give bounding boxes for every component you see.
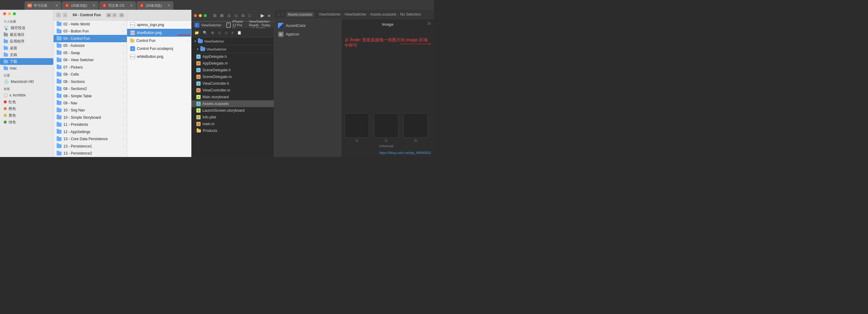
sidebar-item-downloads[interactable]: 下载 xyxy=(0,58,53,65)
tab-write[interactable]: C 写文章-CS ✕ xyxy=(99,1,136,10)
xcode-project-root[interactable]: ▼ ViewSwitcher xyxy=(191,37,274,45)
asset-label-appicon: AppIcon xyxy=(286,32,299,36)
finder-forward-button[interactable]: › xyxy=(63,12,68,18)
window-minimize-button[interactable] xyxy=(8,12,11,15)
file-item-swap[interactable]: 05 - Swap › xyxy=(54,49,127,56)
xcode-toolbar-icon5[interactable]: ⊙ xyxy=(241,12,246,19)
subfile-item-whitebutton[interactable]: PNG whiteButton.png xyxy=(127,53,191,61)
file-item-simpletable[interactable]: 08 - Simple Table › xyxy=(54,93,127,100)
finder-view-icon-btn[interactable]: ⊞ xyxy=(106,13,112,18)
xcode-nav-test-btn[interactable]: ◇ xyxy=(224,30,229,35)
sidebar-item-macintosh[interactable]: 💿 Macintosh HD xyxy=(0,78,53,85)
finder-back-button[interactable]: ‹ xyxy=(56,12,61,18)
xcode-fullscreen-button[interactable] xyxy=(204,14,207,17)
xcode-toolbar-icon6[interactable]: □ xyxy=(247,12,252,19)
xcode-minimize-button[interactable] xyxy=(199,14,202,17)
breadcrumb-project: ViewSwitcher xyxy=(319,12,341,16)
drop-area-1x[interactable]: 1x xyxy=(345,113,369,142)
xcode-stop-button[interactable]: ■ xyxy=(267,12,271,19)
xcode-nav-products[interactable]: › Products xyxy=(191,127,274,134)
xcode-nav-viewcontroller-h[interactable]: h ViewController.h xyxy=(191,80,274,87)
xcode-nav-report-btn[interactable]: 📋 xyxy=(236,30,243,35)
file-item-nav[interactable]: 09 - Nav › xyxy=(54,100,127,106)
finder-grid-btn[interactable]: ⊟ xyxy=(119,13,124,18)
xcode-nav-icon[interactable]: ⊞ xyxy=(219,12,224,19)
file-item-hello-world[interactable]: 02 - Hello World › xyxy=(54,21,127,28)
xcode-nav-launchscreen[interactable]: S LaunchScreen.storyboard xyxy=(191,107,274,114)
drop-area-2x[interactable]: 2x xyxy=(374,113,399,142)
sidebar-item-recent[interactable]: 最近项目 xyxy=(0,31,53,38)
file-item-presidents[interactable]: 11 - Presidents › xyxy=(54,121,127,128)
asset-item-accentcolor[interactable]: AccentColor xyxy=(274,22,341,30)
file-item-sections[interactable]: 08 - Sections › xyxy=(54,78,127,85)
drop-box-1x[interactable] xyxy=(345,113,369,138)
file-item-persistence1[interactable]: 13 - Persistence1 › xyxy=(54,143,127,150)
tab-oc[interactable]: OC 学习日报 ✕ xyxy=(25,1,61,10)
subfile-item-controlfun-folder[interactable]: Control Fun › xyxy=(127,37,191,45)
xcode-nav-assets[interactable]: A Assets.xcassets xyxy=(191,100,274,107)
file-item-sections2[interactable]: 08 - Sections2 › xyxy=(54,85,127,92)
xcode-nav-source-btn[interactable]: ⊕ xyxy=(210,30,215,35)
xcode-sidebar-icon[interactable]: ⊟ xyxy=(212,12,217,19)
sidebar-item-tag-red[interactable]: 红色 xyxy=(0,99,53,105)
xcode-toolbar-icon3[interactable]: ⚠ xyxy=(226,12,232,19)
xcode-nav-main-storyboard[interactable]: S Main.storyboard xyxy=(191,94,274,100)
sidebar-item-apps[interactable]: 应用程序 xyxy=(0,38,53,45)
xcode-project-sub-root[interactable]: ▼ ViewSwitcher xyxy=(195,45,274,53)
xcode-nav-debug-btn[interactable]: ≡ xyxy=(230,30,235,35)
tab-oc-close[interactable]: ✕ xyxy=(55,3,58,8)
sidebar-item-desktop[interactable]: 桌面 xyxy=(0,45,53,51)
file-item-autosize[interactable]: 05 - Autosize › xyxy=(54,42,127,49)
subfile-item-xcodeproj[interactable]: X Control Fun.xcodeproj xyxy=(127,45,191,53)
xcode-toolbar-icon4[interactable]: ◇ xyxy=(234,12,239,19)
file-item-button-fun[interactable]: 03 - Button Fun › xyxy=(54,28,127,35)
sidebar-item-tag-orange[interactable]: 橙色 xyxy=(0,105,53,112)
file-item-simplestoryboard[interactable]: 10 - Simple Storyboard › xyxy=(54,114,127,121)
sidebar-item-docs[interactable]: 文稿 xyxy=(0,51,53,58)
file-item-persistence2[interactable]: 13 - Persistence2 › xyxy=(54,150,127,157)
tab-csdn2[interactable]: C (20条消息) ✕ xyxy=(136,1,173,10)
xcode-nav-search-btn[interactable]: 🔍 xyxy=(202,30,209,35)
file-item-appsettings[interactable]: 12 - AppSettings › xyxy=(54,128,127,135)
sidebar-item-tag-v[interactable]: ◯ v, kcmbbx xyxy=(0,92,53,99)
xcode-nav-info-plist[interactable]: P Info.plist xyxy=(191,114,274,120)
file-item-segnav[interactable]: 10 - Seg Nav › xyxy=(54,107,127,114)
sidebar-label-tag-v: v, kcmbbx xyxy=(9,93,26,97)
tab-csdn2-close[interactable]: ✕ xyxy=(167,3,170,8)
sidebar-item-airdrop[interactable]: 📡 隔空投送 xyxy=(0,25,53,31)
tab-write-close[interactable]: ✕ xyxy=(130,3,133,8)
xcode-nav-issue-btn[interactable]: ⚠ xyxy=(217,30,222,35)
subfile-label-controlfun-folder: Control Fun xyxy=(136,39,156,43)
xcode-left-arrow[interactable]: ‹ xyxy=(277,12,280,16)
sidebar-item-tag-green[interactable]: 绿色 xyxy=(0,119,53,126)
xcode-nav-scenedelegate-h[interactable]: h SceneDelegate.h xyxy=(191,67,274,73)
xcode-nav-main-m[interactable]: m main.m xyxy=(191,120,274,127)
xcode-nav-appdelegate-h[interactable]: h AppDelegate.h xyxy=(191,53,274,60)
sidebar-item-mac[interactable]: mac xyxy=(0,65,53,72)
subfile-item-bluebutton[interactable]: PNG blueButton.png xyxy=(127,29,191,37)
drop-box-2x[interactable] xyxy=(374,113,399,138)
asset-item-appicon[interactable]: A AppIcon xyxy=(274,30,341,39)
xcode-nav-appdelegate-m[interactable]: m AppDelegate.m xyxy=(191,60,274,67)
file-item-cells[interactable]: 08 - Cells › xyxy=(54,71,127,78)
drop-box-3x[interactable] xyxy=(403,113,428,138)
xcode-close-button[interactable] xyxy=(194,14,197,17)
window-close-button[interactable] xyxy=(3,12,6,15)
file-item-viewswitcher[interactable]: 06 - View Switcher › xyxy=(54,57,127,64)
xcode-nav-viewcontroller-m[interactable]: m ViewController.m xyxy=(191,87,274,94)
subfile-item-apress[interactable]: PNG apress_logo.png xyxy=(127,21,191,29)
tab-csdn1-close[interactable]: ✕ xyxy=(93,3,96,8)
sidebar-item-tag-yellow[interactable]: 黄色 xyxy=(0,112,53,119)
file-item-pickers[interactable]: 07 - Pickers › xyxy=(54,64,127,71)
file-item-control-fun[interactable]: 04 - Control Fun › xyxy=(54,35,127,42)
file-item-coredatapersistence[interactable]: 13 - Core Data Persistence › xyxy=(54,136,127,143)
folder-icon-swap xyxy=(57,51,62,55)
xcode-play-button[interactable]: ▶ xyxy=(260,12,265,19)
tab-csdn1[interactable]: C (20条消息) ✕ xyxy=(62,1,99,10)
xcode-right-arrow[interactable]: › xyxy=(281,12,284,16)
xcode-nav-folder-btn[interactable]: 📁 xyxy=(193,30,200,35)
window-fullscreen-button[interactable] xyxy=(13,12,16,15)
drop-area-3x[interactable]: 3x xyxy=(403,113,428,142)
xcode-nav-scenedelegate-m[interactable]: m SceneDelegate.m xyxy=(191,73,274,80)
finder-view-list-btn[interactable]: ≡ xyxy=(112,13,117,18)
